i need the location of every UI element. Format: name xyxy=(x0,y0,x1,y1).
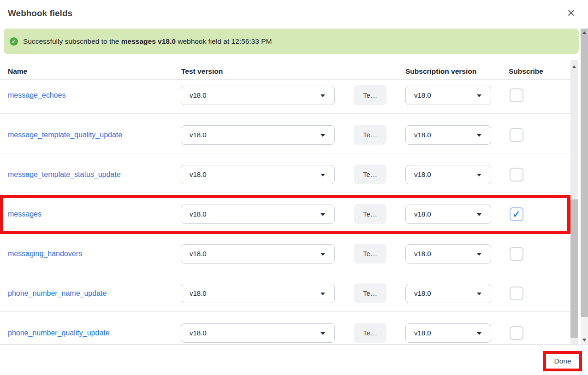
row-divider xyxy=(0,153,570,153)
modal-scrollbar[interactable] xyxy=(581,29,588,344)
dropdown-value: v18.0 xyxy=(190,210,207,218)
test-button[interactable]: Te… xyxy=(354,283,386,303)
test-version-dropdown[interactable]: v18.0 xyxy=(181,323,335,343)
dropdown-value: v18.0 xyxy=(414,210,431,218)
field-link-messaging-handovers[interactable]: messaging_handovers xyxy=(8,250,82,258)
subscribe-checkbox[interactable] xyxy=(510,128,523,142)
chevron-down-icon xyxy=(477,293,481,295)
table-body: message_echoes v18.0 Te… v18.0 message_t… xyxy=(0,80,570,344)
field-link-phone-number-quality-update[interactable]: phone_number_quality_update xyxy=(8,329,110,337)
banner-text-bold: messages v18.0 xyxy=(121,37,176,45)
dropdown-value: v18.0 xyxy=(190,329,207,337)
test-version-dropdown[interactable]: v18.0 xyxy=(181,244,335,264)
dropdown-value: v18.0 xyxy=(414,170,431,178)
page-title: Webhook fields xyxy=(8,8,72,18)
close-icon[interactable]: ✕ xyxy=(567,7,575,20)
scroll-down-icon[interactable] xyxy=(582,339,586,341)
dropdown-value: v18.0 xyxy=(414,289,431,297)
chevron-down-icon xyxy=(321,253,325,256)
dropdown-value: v18.0 xyxy=(190,131,207,139)
done-button[interactable]: Done xyxy=(545,352,581,370)
subscription-version-dropdown[interactable]: v18.0 xyxy=(405,244,491,264)
subscription-version-dropdown[interactable]: v18.0 xyxy=(405,165,491,184)
table-header-row: Name Test version Subscription version S… xyxy=(0,62,570,80)
dropdown-value: v18.0 xyxy=(190,250,207,258)
table-row: phone_number_name_update v18.0 Te… v18.0 xyxy=(0,278,570,318)
chevron-down-icon xyxy=(477,213,481,216)
table-scrollbar[interactable] xyxy=(570,60,578,344)
test-version-dropdown[interactable]: v18.0 xyxy=(181,86,335,105)
dropdown-value: v18.0 xyxy=(190,91,207,99)
field-link-message-echoes[interactable]: message_echoes xyxy=(8,91,65,100)
chevron-down-icon xyxy=(321,94,325,97)
table-row: message_template_quality_update v18.0 Te… xyxy=(0,120,570,159)
column-header-subscribe: Subscribe xyxy=(509,67,543,76)
subscribe-checkbox[interactable] xyxy=(510,287,523,300)
banner-text-suffix: webhook field at 12:56:33 PM xyxy=(176,37,272,45)
column-header-subscription-version: Subscription version xyxy=(405,67,476,76)
dropdown-value: v18.0 xyxy=(414,131,431,139)
chevron-down-icon xyxy=(477,94,481,97)
subscription-version-dropdown[interactable]: v18.0 xyxy=(405,323,491,343)
subscription-version-dropdown[interactable]: v18.0 xyxy=(405,284,491,303)
row-divider xyxy=(0,193,570,193)
table-row: message_template_status_update v18.0 Te…… xyxy=(0,159,570,199)
scroll-up-icon[interactable] xyxy=(572,65,576,68)
field-link-message-template-status-update[interactable]: message_template_status_update xyxy=(8,170,121,179)
subscribe-checkbox[interactable] xyxy=(510,168,523,182)
row-divider xyxy=(0,232,570,233)
test-button[interactable]: Te… xyxy=(354,244,386,264)
footer-divider xyxy=(0,344,588,345)
subscription-version-dropdown[interactable]: v18.0 xyxy=(405,125,491,145)
subscription-version-dropdown[interactable]: v18.0 xyxy=(405,86,491,105)
test-button[interactable]: Te… xyxy=(354,323,386,343)
field-link-phone-number-name-update[interactable]: phone_number_name_update xyxy=(8,289,107,298)
table-scrollbar-thumb[interactable] xyxy=(570,199,578,338)
chevron-down-icon xyxy=(321,134,325,137)
dropdown-value: v18.0 xyxy=(190,170,207,178)
chevron-down-icon xyxy=(477,332,481,335)
subscribe-checkbox[interactable] xyxy=(510,247,523,261)
table-row: message_echoes v18.0 Te… v18.0 xyxy=(0,80,570,120)
column-header-name: Name xyxy=(8,67,27,76)
test-version-dropdown[interactable]: v18.0 xyxy=(181,205,335,224)
row-divider xyxy=(0,113,570,114)
test-version-dropdown[interactable]: v18.0 xyxy=(181,284,335,303)
checkmark-icon: ✓ xyxy=(513,209,521,219)
success-check-icon: ✓ xyxy=(10,37,18,46)
chevron-down-icon xyxy=(321,174,325,176)
chevron-down-icon xyxy=(321,293,325,295)
test-button[interactable]: Te… xyxy=(354,164,386,184)
test-version-dropdown[interactable]: v18.0 xyxy=(181,125,335,145)
chevron-down-icon xyxy=(321,332,325,335)
webhook-fields-modal: Webhook fields ✕ ✓ Successfully subscrib… xyxy=(0,0,588,375)
dropdown-value: v18.0 xyxy=(414,329,431,337)
success-banner: ✓ Successfully subscribed to the message… xyxy=(4,29,579,54)
subscribe-checkbox-checked[interactable]: ✓ xyxy=(510,207,523,221)
dropdown-value: v18.0 xyxy=(190,289,207,297)
field-link-message-template-quality-update[interactable]: message_template_quality_update xyxy=(8,131,122,139)
test-button[interactable]: Te… xyxy=(354,85,386,105)
test-button[interactable]: Te… xyxy=(354,125,386,145)
table-row-messages: messages v18.0 Te… v18.0 ✓ xyxy=(0,199,570,239)
field-link-messages[interactable]: messages xyxy=(8,210,42,218)
row-divider xyxy=(0,272,570,272)
test-version-dropdown[interactable]: v18.0 xyxy=(181,165,335,184)
chevron-down-icon xyxy=(477,253,481,256)
test-button[interactable]: Te… xyxy=(354,204,386,224)
scroll-up-icon[interactable] xyxy=(582,31,586,34)
dropdown-value: v18.0 xyxy=(414,250,431,258)
banner-text-prefix: Successfully subscribed to the xyxy=(23,37,121,45)
chevron-down-icon xyxy=(477,174,481,176)
modal-scrollbar-thumb[interactable] xyxy=(581,29,588,317)
chevron-down-icon xyxy=(321,213,325,216)
table-row: phone_number_quality_update v18.0 Te… v1… xyxy=(0,318,570,344)
subscribe-checkbox[interactable] xyxy=(510,326,523,340)
column-header-test-version: Test version xyxy=(181,67,223,76)
table-row: messaging_handovers v18.0 Te… v18.0 xyxy=(0,239,570,278)
subscription-version-dropdown[interactable]: v18.0 xyxy=(405,205,491,224)
row-divider xyxy=(0,311,570,312)
chevron-down-icon xyxy=(477,134,481,137)
subscribe-checkbox[interactable] xyxy=(510,88,523,102)
success-banner-text: Successfully subscribed to the messages … xyxy=(23,37,272,46)
